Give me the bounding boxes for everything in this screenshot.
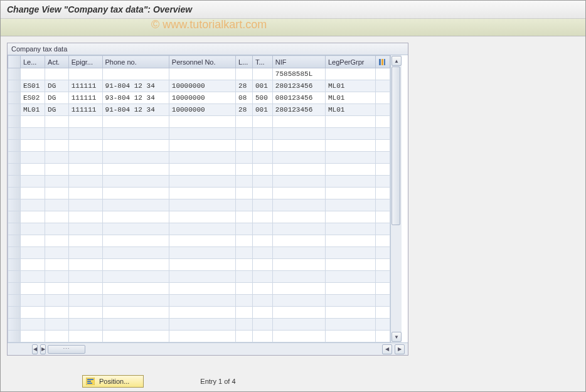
table-row[interactable]	[8, 188, 390, 199]
row-selector[interactable]	[8, 259, 21, 271]
cell-end[interactable]	[375, 80, 390, 92]
table-row[interactable]	[8, 128, 390, 140]
hscroll-track[interactable]: ⋯	[48, 345, 380, 354]
cell-l[interactable]: 28	[236, 104, 253, 116]
row-selector[interactable]	[8, 152, 21, 164]
table-row[interactable]	[8, 331, 390, 342]
cell-phone[interactable]: 91-804 12 34	[102, 80, 169, 92]
column-header-t[interactable]: T...	[252, 56, 272, 68]
row-selector[interactable]	[8, 68, 21, 80]
cell-legper[interactable]	[325, 68, 375, 80]
table-row[interactable]	[8, 283, 390, 295]
row-selector[interactable]	[8, 116, 21, 128]
cell-nif[interactable]: 280123456	[272, 80, 325, 92]
scroll-down-button[interactable]: ▼	[392, 332, 402, 342]
scroll-right-button-2[interactable]: ▶	[395, 344, 405, 354]
column-header-l[interactable]: L...	[236, 56, 253, 68]
cell-phone[interactable]: 93-804 12 34	[102, 92, 169, 104]
table-row[interactable]	[8, 152, 390, 164]
cell-act[interactable]: DG	[45, 80, 69, 92]
row-selector[interactable]	[8, 188, 21, 199]
table-settings-icon[interactable]	[375, 56, 390, 68]
cell-le[interactable]: ML01	[20, 104, 45, 116]
row-selector[interactable]	[8, 307, 21, 319]
row-selector[interactable]	[8, 319, 21, 331]
row-selector[interactable]	[8, 247, 21, 259]
table-row[interactable]	[8, 271, 390, 283]
column-header-le[interactable]: Le...	[20, 56, 45, 68]
hscroll-thumb[interactable]: ⋯	[48, 345, 85, 354]
table-row[interactable]	[8, 247, 390, 259]
cell-end[interactable]	[375, 104, 390, 116]
row-selector[interactable]	[8, 223, 21, 235]
cell-le[interactable]: ES02	[20, 92, 45, 104]
cell-legper[interactable]: ML01	[325, 104, 375, 116]
column-header-act[interactable]: Act.	[45, 56, 69, 68]
position-button[interactable]: Position...	[82, 375, 144, 388]
cell-t[interactable]: 001	[252, 80, 272, 92]
cell-act[interactable]: DG	[45, 92, 69, 104]
row-selector[interactable]	[8, 164, 21, 176]
horizontal-scrollbar[interactable]: ◀ ▶ ⋯ ◀ ▶	[8, 342, 408, 355]
table-row[interactable]	[8, 259, 390, 271]
cell-act[interactable]: DG	[45, 104, 69, 116]
table-row[interactable]	[8, 223, 390, 235]
cell-phone[interactable]: 91-804 12 34	[102, 104, 169, 116]
cell-legper[interactable]: ML01	[325, 92, 375, 104]
column-header-personnel[interactable]: Personnel No.	[169, 56, 235, 68]
table-row[interactable]	[8, 116, 390, 128]
cell-end[interactable]	[375, 92, 390, 104]
select-all-handle[interactable]	[8, 56, 21, 68]
table-row[interactable]	[8, 295, 390, 307]
column-header-epigr[interactable]: Epigr...	[68, 56, 102, 68]
table-row[interactable]: ES01DG11111191-804 12 341000000028001280…	[8, 80, 390, 92]
cell-nif[interactable]: 280123456	[272, 104, 325, 116]
table-row[interactable]: ML01DG11111191-804 12 341000000028001280…	[8, 104, 390, 116]
row-selector[interactable]	[8, 92, 21, 104]
row-selector[interactable]	[8, 211, 21, 223]
cell-t[interactable]	[252, 68, 272, 80]
column-header-legper[interactable]: LegPerGrpr	[325, 56, 375, 68]
column-header-phone[interactable]: Phone no.	[102, 56, 169, 68]
cell-epigr[interactable]: 111111	[68, 104, 102, 116]
vertical-scrollbar[interactable]: ▲ ▼	[390, 55, 402, 342]
scroll-left-button[interactable]: ◀	[32, 344, 38, 354]
cell-l[interactable]	[236, 68, 253, 80]
row-selector[interactable]	[8, 104, 21, 116]
cell-phone[interactable]	[102, 68, 169, 80]
scroll-up-button[interactable]: ▲	[392, 56, 402, 66]
cell-personnel[interactable]: 10000000	[169, 80, 235, 92]
cell-personnel[interactable]: 10000000	[169, 104, 235, 116]
table-row[interactable]	[8, 235, 390, 247]
cell-nif[interactable]: 75858585L	[272, 68, 325, 80]
table-row[interactable]	[8, 164, 390, 176]
cell-epigr[interactable]: 111111	[68, 92, 102, 104]
table-row[interactable]: ES02DG11111193-804 12 341000000008500080…	[8, 92, 390, 104]
cell-personnel[interactable]	[169, 68, 235, 80]
row-selector[interactable]	[8, 283, 21, 295]
cell-le[interactable]: ES01	[20, 80, 45, 92]
cell-l[interactable]: 28	[236, 80, 253, 92]
column-header-nif[interactable]: NIF	[272, 56, 325, 68]
scroll-left-button-2[interactable]: ◀	[382, 344, 392, 354]
row-selector[interactable]	[8, 176, 21, 188]
table-row[interactable]	[8, 319, 390, 331]
row-selector[interactable]	[8, 271, 21, 283]
row-selector[interactable]	[8, 235, 21, 247]
row-selector[interactable]	[8, 331, 21, 342]
cell-legper[interactable]: ML01	[325, 80, 375, 92]
table-row[interactable]	[8, 140, 390, 152]
cell-nif[interactable]: 080123456	[272, 92, 325, 104]
cell-l[interactable]: 08	[236, 92, 253, 104]
table-row[interactable]: 75858585L	[8, 68, 390, 80]
scroll-right-button-1[interactable]: ▶	[40, 344, 46, 354]
table-row[interactable]	[8, 307, 390, 319]
row-selector[interactable]	[8, 80, 21, 92]
row-selector[interactable]	[8, 295, 21, 307]
cell-le[interactable]	[20, 68, 45, 80]
row-selector[interactable]	[8, 199, 21, 211]
cell-personnel[interactable]: 10000000	[169, 92, 235, 104]
vscroll-track[interactable]	[391, 66, 402, 331]
row-selector[interactable]	[8, 128, 21, 140]
cell-act[interactable]	[45, 68, 69, 80]
